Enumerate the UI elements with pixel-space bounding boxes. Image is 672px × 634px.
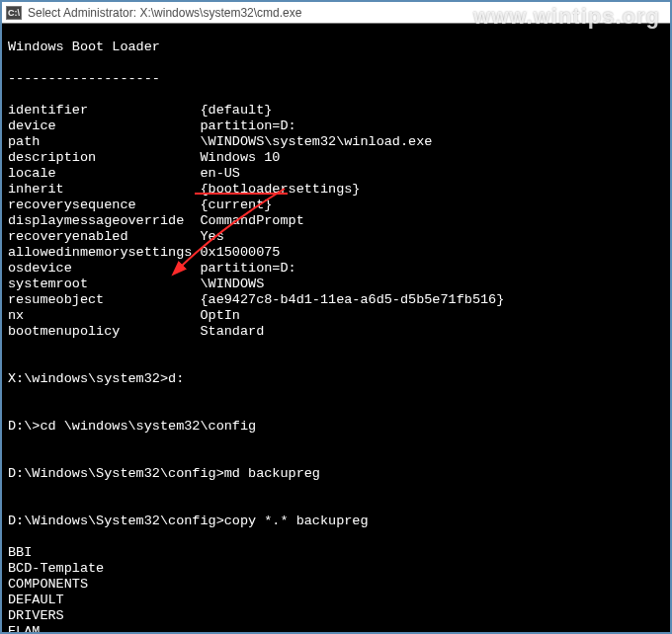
bcd-property: recoverysequence {current} bbox=[8, 198, 664, 213]
prompt-line: D:\Windows\System32\config>md backupreg bbox=[8, 466, 664, 482]
prompt-line: D:\Windows\System32\config>copy *.* back… bbox=[8, 514, 664, 529]
bcd-property: device partition=D: bbox=[8, 119, 664, 134]
bcd-property: inherit {bootloadersettings} bbox=[8, 182, 664, 198]
copied-file: COMPONENTS bbox=[8, 577, 664, 593]
copied-file: DEFAULT bbox=[8, 593, 664, 608]
bcd-property: description Windows 10 bbox=[8, 150, 664, 166]
prompt-line: D:\>cd \windows\system32\config bbox=[8, 419, 664, 435]
bcd-property: recoveryenabled Yes bbox=[8, 229, 664, 245]
bcd-property: locale en-US bbox=[8, 166, 664, 182]
copied-file: DRIVERS bbox=[8, 608, 664, 624]
copied-file: BCD-Template bbox=[8, 561, 664, 577]
copied-file: BBI bbox=[8, 545, 664, 561]
bcd-property: nx OptIn bbox=[8, 308, 664, 324]
bcd-property: resumeobject {ae9427c8-b4d1-11ea-a6d5-d5… bbox=[8, 292, 664, 308]
cmd-icon: C:\ bbox=[6, 6, 22, 20]
cmd-window: C:\ Select Administrator: X:\windows\sys… bbox=[0, 0, 672, 634]
copied-file: ELAM bbox=[8, 624, 664, 632]
bcd-property: path \WINDOWS\system32\winload.exe bbox=[8, 134, 664, 150]
titlebar[interactable]: C:\ Select Administrator: X:\windows\sys… bbox=[2, 2, 670, 24]
terminal-output[interactable]: Windows Boot Loader ------------------- … bbox=[2, 24, 670, 632]
bcd-property: bootmenupolicy Standard bbox=[8, 324, 664, 340]
window-title: Select Administrator: X:\windows\system3… bbox=[28, 6, 301, 20]
bcd-property: osdevice partition=D: bbox=[8, 261, 664, 277]
divider: ------------------- bbox=[8, 71, 664, 87]
bcd-property: allowedinmemorysettings 0x15000075 bbox=[8, 245, 664, 261]
bcd-property: displaymessageoverride CommandPrompt bbox=[8, 213, 664, 229]
prompt-line: X:\windows\system32>d: bbox=[8, 371, 664, 387]
boot-loader-title: Windows Boot Loader bbox=[8, 40, 664, 55]
bcd-property: identifier {default} bbox=[8, 103, 664, 119]
bcd-property: systemroot \WINDOWS bbox=[8, 277, 664, 292]
